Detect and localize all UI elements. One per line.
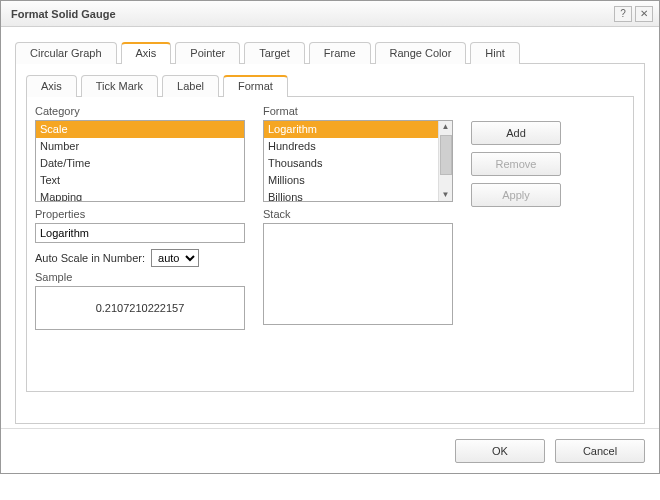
tab-circular-graph[interactable]: Circular Graph	[15, 42, 117, 64]
scroll-thumb[interactable]	[440, 135, 452, 175]
tab-pointer[interactable]: Pointer	[175, 42, 240, 64]
stack-listbox[interactable]	[263, 223, 453, 325]
outer-tab-row: Circular Graph Axis Pointer Target Frame…	[15, 41, 645, 64]
format-label: Format	[263, 105, 453, 117]
list-item[interactable]: Scale	[36, 121, 244, 138]
auto-scale-label: Auto Scale in Number:	[35, 252, 145, 264]
tab-target[interactable]: Target	[244, 42, 305, 64]
dialog-content: Circular Graph Axis Pointer Target Frame…	[1, 27, 659, 428]
subtab-format[interactable]: Format	[223, 75, 288, 97]
add-button[interactable]: Add	[471, 121, 561, 145]
sample-value: 0.2107210222157	[96, 302, 185, 314]
scrollbar[interactable]: ▲ ▼	[438, 121, 452, 201]
inner-tab-row: Axis Tick Mark Label Format	[26, 74, 634, 97]
auto-scale-row: Auto Scale in Number: auto	[35, 249, 245, 267]
titlebar: Format Solid Gauge ? ✕	[1, 1, 659, 27]
outer-tab-panel: Axis Tick Mark Label Format Category Sca…	[15, 64, 645, 424]
scroll-up-icon: ▲	[442, 121, 450, 133]
scroll-down-icon: ▼	[442, 189, 450, 201]
subtab-label[interactable]: Label	[162, 75, 219, 97]
column-left: Category Scale Number Date/Time Text Map…	[35, 105, 245, 383]
titlebar-controls: ? ✕	[614, 6, 653, 22]
list-item[interactable]: Number	[36, 138, 244, 155]
inner-tab-panel: Category Scale Number Date/Time Text Map…	[26, 97, 634, 392]
sample-label: Sample	[35, 271, 245, 283]
remove-button[interactable]: Remove	[471, 152, 561, 176]
subtab-axis[interactable]: Axis	[26, 75, 77, 97]
close-button[interactable]: ✕	[635, 6, 653, 22]
list-item[interactable]: Thousands	[264, 155, 438, 172]
help-button[interactable]: ?	[614, 6, 632, 22]
tab-axis[interactable]: Axis	[121, 42, 172, 64]
subtab-tick-mark[interactable]: Tick Mark	[81, 75, 158, 97]
category-listbox[interactable]: Scale Number Date/Time Text Mapping	[35, 120, 245, 202]
tab-frame[interactable]: Frame	[309, 42, 371, 64]
list-item[interactable]: Text	[36, 172, 244, 189]
category-label: Category	[35, 105, 245, 117]
dialog-footer: OK Cancel	[1, 428, 659, 473]
list-item[interactable]: Billions	[264, 189, 438, 202]
column-right: Add Remove Apply	[471, 105, 581, 383]
list-item[interactable]: Logarithm	[264, 121, 438, 138]
apply-button[interactable]: Apply	[471, 183, 561, 207]
column-middle: Format Logarithm Hundreds Thousands Mill…	[263, 105, 453, 383]
dialog: Format Solid Gauge ? ✕ Circular Graph Ax…	[0, 0, 660, 474]
properties-input[interactable]	[35, 223, 245, 243]
list-item[interactable]: Hundreds	[264, 138, 438, 155]
dialog-title: Format Solid Gauge	[11, 8, 116, 20]
list-item[interactable]: Millions	[264, 172, 438, 189]
sample-box: 0.2107210222157	[35, 286, 245, 330]
stack-label: Stack	[263, 208, 453, 220]
tab-hint[interactable]: Hint	[470, 42, 520, 64]
ok-button[interactable]: OK	[455, 439, 545, 463]
properties-label: Properties	[35, 208, 245, 220]
format-listbox[interactable]: Logarithm Hundreds Thousands Millions Bi…	[263, 120, 453, 202]
cancel-button[interactable]: Cancel	[555, 439, 645, 463]
list-item[interactable]: Date/Time	[36, 155, 244, 172]
tab-range-color[interactable]: Range Color	[375, 42, 467, 64]
auto-scale-select[interactable]: auto	[151, 249, 199, 267]
close-icon: ✕	[640, 8, 648, 19]
list-item[interactable]: Mapping	[36, 189, 244, 202]
